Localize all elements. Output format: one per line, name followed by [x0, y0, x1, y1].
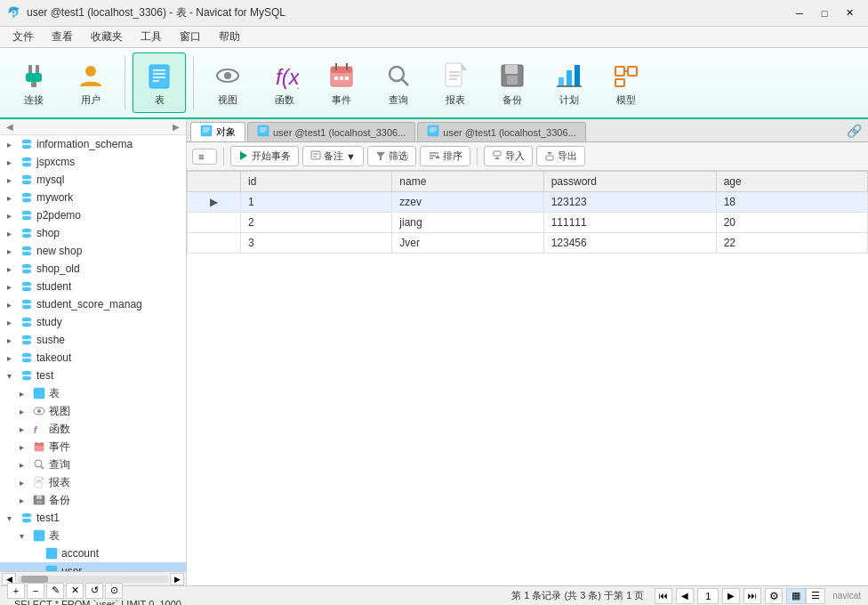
import-btn[interactable]: 导入	[484, 146, 533, 166]
tab-objects[interactable]: 对象	[190, 122, 245, 141]
table-row[interactable]: 3Jver12345622	[188, 233, 868, 254]
sidebar-item-test1_tables[interactable]: ▾表	[0, 527, 186, 544]
script-btn[interactable]: ⊙	[105, 583, 123, 599]
cell-id[interactable]: 1	[241, 192, 392, 213]
sidebar-item-test_events[interactable]: ▸事件	[0, 438, 186, 456]
toolbar-event-btn[interactable]: 事件	[315, 52, 368, 113]
cell-name[interactable]: jiang	[392, 213, 543, 233]
menu-item-5[interactable]: 帮助	[210, 28, 249, 46]
sidebar-item-student_score[interactable]: ▸student_score_manag	[0, 295, 186, 313]
col-name[interactable]: name	[392, 172, 543, 192]
toolbar-query-btn[interactable]: 查询	[372, 52, 425, 113]
tab-action-btn[interactable]: 🔗	[843, 120, 864, 141]
sidebar-item-sushe[interactable]: ▸sushe	[0, 331, 186, 349]
sidebar-item-test_queries[interactable]: ▸查询	[0, 456, 186, 473]
begin-transaction-btn[interactable]: 开始事务	[230, 146, 299, 166]
settings-btn[interactable]: ⚙	[765, 588, 783, 604]
sidebar-item-study[interactable]: ▸study	[0, 313, 186, 331]
last-page-btn[interactable]: ⏭	[743, 588, 761, 604]
sidebar-item-test_funcs[interactable]: ▸f函数	[0, 420, 186, 438]
tab-table2[interactable]: user @test1 (localhost_3306...	[417, 122, 585, 141]
cell-name[interactable]: Jver	[392, 233, 543, 254]
table-row[interactable]: 2jiang11111120	[188, 213, 868, 233]
cell-age[interactable]: 20	[716, 213, 867, 233]
sidebar-item-study-icon	[20, 315, 34, 329]
tab-table1[interactable]: user @test1 (localhost_3306...	[247, 122, 415, 141]
toolbar-view-btn[interactable]: 视图	[201, 52, 254, 113]
sidebar-item-test1_account[interactable]: account	[0, 544, 186, 562]
sidebar-item-info_schema[interactable]: ▸information_schema	[0, 135, 186, 153]
toolbar-schedule-btn[interactable]: 计划	[542, 52, 596, 113]
toolbar-report-btn[interactable]: 报表	[429, 52, 482, 113]
sidebar-item-mysql[interactable]: ▸mysql	[0, 171, 186, 189]
sort-icon	[428, 150, 440, 163]
sidebar-expand-btn[interactable]: ▶	[170, 121, 182, 133]
comment-btn[interactable]: 备注▼	[302, 146, 364, 166]
toolbar-separator	[193, 56, 194, 109]
cell-name[interactable]: zzev	[392, 192, 543, 213]
toolbar-user-btn[interactable]: 用户	[64, 52, 117, 113]
sidebar-item-p2pdemo[interactable]: ▸p2pdemo	[0, 206, 186, 224]
page-number-input[interactable]	[697, 588, 719, 604]
toolbar-function-btn[interactable]: f(x)函数	[258, 52, 311, 113]
sidebar-item-test1[interactable]: ▾test1	[0, 509, 186, 527]
first-page-btn[interactable]: ⏮	[655, 588, 672, 604]
sidebar-item-shop_new[interactable]: ▸new shop	[0, 242, 186, 260]
add-row-btn[interactable]: +	[7, 583, 25, 599]
next-page-btn[interactable]: ▶	[722, 588, 740, 604]
menu-item-3[interactable]: 工具	[132, 28, 171, 46]
menu-item-1[interactable]: 查看	[43, 28, 82, 46]
minimize-button[interactable]: ─	[788, 4, 811, 22]
table-row[interactable]: ▶1zzev12312318	[188, 192, 868, 213]
col-password[interactable]: password	[543, 172, 716, 192]
toolbar-function-label: 函数	[275, 93, 294, 107]
export-label: 导出	[558, 149, 577, 163]
toolbar-backup-btn[interactable]: 备份	[486, 52, 539, 113]
form-view-btn[interactable]: ☰	[806, 588, 825, 604]
toolbar-model-btn[interactable]: 模型	[599, 52, 653, 113]
sidebar-item-jspxcms[interactable]: ▸jspxcms	[0, 153, 186, 171]
export-btn[interactable]: 导出	[536, 146, 585, 166]
sidebar-item-shop[interactable]: ▸shop	[0, 224, 186, 242]
col-age[interactable]: age	[716, 172, 867, 192]
edit-row-btn[interactable]: ✎	[46, 583, 64, 599]
cell-password[interactable]: 123456	[543, 233, 716, 254]
sidebar-item-test_tables[interactable]: ▸表	[0, 384, 186, 402]
cell-password[interactable]: 123123	[543, 192, 716, 213]
col-id[interactable]: id	[241, 172, 392, 192]
menu-item-2[interactable]: 收藏夹	[82, 28, 132, 46]
refresh-btn[interactable]: ↺	[85, 583, 103, 599]
sidebar-item-test_reports[interactable]: ▸报表	[0, 473, 186, 491]
menu-item-0[interactable]: 文件	[4, 28, 43, 46]
close-button[interactable]: ✕	[838, 4, 861, 22]
sidebar-collapse-btn[interactable]: ◀	[4, 121, 16, 133]
remove-row-btn[interactable]: −	[27, 583, 44, 599]
sidebar-item-test_views[interactable]: ▸视图	[0, 402, 186, 420]
grid-toggle-btn[interactable]: ≡	[192, 149, 217, 165]
sidebar-item-test[interactable]: ▾test	[0, 367, 186, 384]
prev-page-btn[interactable]: ◀	[676, 588, 694, 604]
tab-objects-label: 对象	[216, 125, 236, 139]
maximize-button[interactable]: □	[813, 4, 836, 22]
filter-btn[interactable]: 筛选	[367, 146, 416, 166]
svg-text:f(x): f(x)	[276, 65, 299, 89]
sidebar-item-test_backup[interactable]: ▸备份	[0, 491, 186, 509]
toolbar-report-label: 报表	[446, 93, 465, 107]
discard-btn[interactable]: ✕	[66, 583, 84, 599]
sidebar-item-test1_user[interactable]: user	[0, 562, 186, 571]
toolbar-connect-btn[interactable]: 连接	[7, 52, 60, 113]
sidebar-item-takeout[interactable]: ▸takeout	[0, 349, 186, 367]
cell-age[interactable]: 22	[716, 233, 867, 254]
sidebar-item-student[interactable]: ▸student	[0, 278, 186, 295]
cell-id[interactable]: 2	[241, 213, 392, 233]
grid-view-btn[interactable]: ▦	[786, 588, 806, 604]
cell-id[interactable]: 3	[241, 233, 392, 254]
svg-rect-3	[31, 82, 36, 87]
cell-age[interactable]: 18	[716, 192, 867, 213]
sort-btn[interactable]: 排序	[420, 146, 470, 166]
menu-item-4[interactable]: 窗口	[171, 28, 210, 46]
toolbar-table-btn[interactable]: 表	[133, 52, 186, 113]
sidebar-item-shop_old[interactable]: ▸shop_old	[0, 260, 186, 278]
sidebar-item-mywork[interactable]: ▸mywork	[0, 189, 186, 206]
cell-password[interactable]: 111111	[543, 213, 716, 233]
